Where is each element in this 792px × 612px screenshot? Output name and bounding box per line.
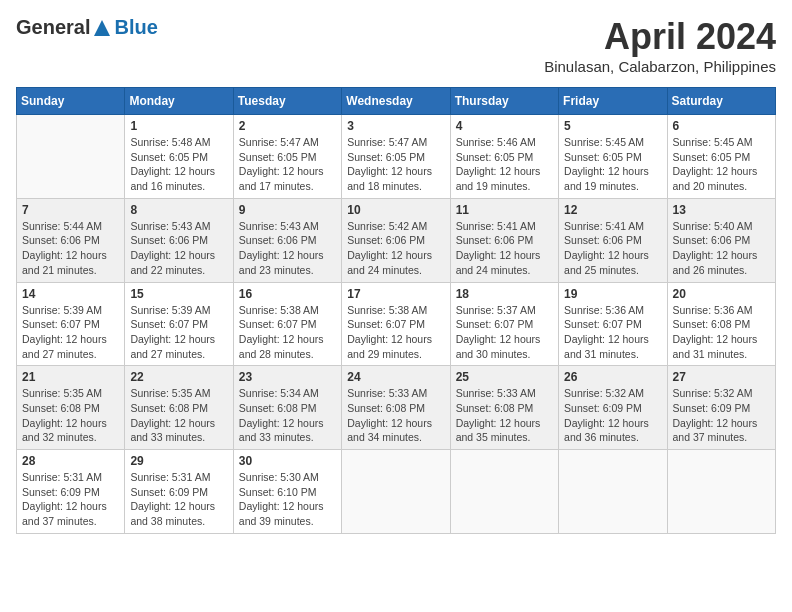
- calendar-week-row: 1Sunrise: 5:48 AMSunset: 6:05 PMDaylight…: [17, 115, 776, 199]
- day-number: 29: [130, 454, 227, 468]
- calendar-table: SundayMondayTuesdayWednesdayThursdayFrid…: [16, 87, 776, 534]
- calendar-header-row: SundayMondayTuesdayWednesdayThursdayFrid…: [17, 88, 776, 115]
- calendar-cell: 23Sunrise: 5:34 AMSunset: 6:08 PMDayligh…: [233, 366, 341, 450]
- day-number: 27: [673, 370, 770, 384]
- day-number: 17: [347, 287, 444, 301]
- calendar-cell: [450, 450, 558, 534]
- day-info: Sunrise: 5:35 AMSunset: 6:08 PMDaylight:…: [130, 386, 227, 445]
- calendar-week-row: 14Sunrise: 5:39 AMSunset: 6:07 PMDayligh…: [17, 282, 776, 366]
- calendar-cell: 4Sunrise: 5:46 AMSunset: 6:05 PMDaylight…: [450, 115, 558, 199]
- calendar-cell: 21Sunrise: 5:35 AMSunset: 6:08 PMDayligh…: [17, 366, 125, 450]
- day-header: Saturday: [667, 88, 775, 115]
- day-header: Tuesday: [233, 88, 341, 115]
- calendar-cell: [17, 115, 125, 199]
- day-info: Sunrise: 5:38 AMSunset: 6:07 PMDaylight:…: [239, 303, 336, 362]
- day-info: Sunrise: 5:41 AMSunset: 6:06 PMDaylight:…: [564, 219, 661, 278]
- calendar-cell: 25Sunrise: 5:33 AMSunset: 6:08 PMDayligh…: [450, 366, 558, 450]
- calendar-cell: 18Sunrise: 5:37 AMSunset: 6:07 PMDayligh…: [450, 282, 558, 366]
- day-info: Sunrise: 5:42 AMSunset: 6:06 PMDaylight:…: [347, 219, 444, 278]
- calendar-cell: 30Sunrise: 5:30 AMSunset: 6:10 PMDayligh…: [233, 450, 341, 534]
- calendar-cell: 2Sunrise: 5:47 AMSunset: 6:05 PMDaylight…: [233, 115, 341, 199]
- day-number: 4: [456, 119, 553, 133]
- day-info: Sunrise: 5:31 AMSunset: 6:09 PMDaylight:…: [22, 470, 119, 529]
- calendar-cell: 24Sunrise: 5:33 AMSunset: 6:08 PMDayligh…: [342, 366, 450, 450]
- day-number: 30: [239, 454, 336, 468]
- calendar-cell: 16Sunrise: 5:38 AMSunset: 6:07 PMDayligh…: [233, 282, 341, 366]
- logo: General Blue: [16, 16, 158, 39]
- day-info: Sunrise: 5:33 AMSunset: 6:08 PMDaylight:…: [456, 386, 553, 445]
- day-number: 20: [673, 287, 770, 301]
- day-header: Sunday: [17, 88, 125, 115]
- logo-general-text: General: [16, 16, 90, 39]
- calendar-cell: 28Sunrise: 5:31 AMSunset: 6:09 PMDayligh…: [17, 450, 125, 534]
- day-info: Sunrise: 5:30 AMSunset: 6:10 PMDaylight:…: [239, 470, 336, 529]
- day-number: 22: [130, 370, 227, 384]
- day-number: 16: [239, 287, 336, 301]
- day-info: Sunrise: 5:46 AMSunset: 6:05 PMDaylight:…: [456, 135, 553, 194]
- day-info: Sunrise: 5:36 AMSunset: 6:08 PMDaylight:…: [673, 303, 770, 362]
- day-info: Sunrise: 5:48 AMSunset: 6:05 PMDaylight:…: [130, 135, 227, 194]
- day-info: Sunrise: 5:35 AMSunset: 6:08 PMDaylight:…: [22, 386, 119, 445]
- day-number: 9: [239, 203, 336, 217]
- day-info: Sunrise: 5:43 AMSunset: 6:06 PMDaylight:…: [239, 219, 336, 278]
- day-info: Sunrise: 5:31 AMSunset: 6:09 PMDaylight:…: [130, 470, 227, 529]
- calendar-cell: 26Sunrise: 5:32 AMSunset: 6:09 PMDayligh…: [559, 366, 667, 450]
- day-info: Sunrise: 5:43 AMSunset: 6:06 PMDaylight:…: [130, 219, 227, 278]
- calendar-cell: 10Sunrise: 5:42 AMSunset: 6:06 PMDayligh…: [342, 198, 450, 282]
- svg-marker-0: [94, 20, 110, 36]
- day-header: Friday: [559, 88, 667, 115]
- day-number: 6: [673, 119, 770, 133]
- day-number: 8: [130, 203, 227, 217]
- day-info: Sunrise: 5:33 AMSunset: 6:08 PMDaylight:…: [347, 386, 444, 445]
- day-number: 21: [22, 370, 119, 384]
- logo-blue-text: Blue: [114, 16, 157, 39]
- day-info: Sunrise: 5:41 AMSunset: 6:06 PMDaylight:…: [456, 219, 553, 278]
- calendar-cell: 29Sunrise: 5:31 AMSunset: 6:09 PMDayligh…: [125, 450, 233, 534]
- day-info: Sunrise: 5:37 AMSunset: 6:07 PMDaylight:…: [456, 303, 553, 362]
- calendar-cell: 15Sunrise: 5:39 AMSunset: 6:07 PMDayligh…: [125, 282, 233, 366]
- calendar-title: April 2024: [544, 16, 776, 58]
- day-number: 5: [564, 119, 661, 133]
- day-number: 28: [22, 454, 119, 468]
- calendar-cell: 22Sunrise: 5:35 AMSunset: 6:08 PMDayligh…: [125, 366, 233, 450]
- calendar-subtitle: Binulasan, Calabarzon, Philippines: [544, 58, 776, 75]
- day-header: Monday: [125, 88, 233, 115]
- title-block: April 2024 Binulasan, Calabarzon, Philip…: [544, 16, 776, 75]
- calendar-cell: [667, 450, 775, 534]
- calendar-cell: 11Sunrise: 5:41 AMSunset: 6:06 PMDayligh…: [450, 198, 558, 282]
- logo-icon: [92, 18, 112, 38]
- day-number: 13: [673, 203, 770, 217]
- calendar-cell: 17Sunrise: 5:38 AMSunset: 6:07 PMDayligh…: [342, 282, 450, 366]
- page-header: General Blue April 2024 Binulasan, Calab…: [16, 16, 776, 75]
- day-info: Sunrise: 5:47 AMSunset: 6:05 PMDaylight:…: [239, 135, 336, 194]
- day-number: 11: [456, 203, 553, 217]
- day-number: 1: [130, 119, 227, 133]
- day-number: 23: [239, 370, 336, 384]
- calendar-cell: 13Sunrise: 5:40 AMSunset: 6:06 PMDayligh…: [667, 198, 775, 282]
- calendar-cell: 19Sunrise: 5:36 AMSunset: 6:07 PMDayligh…: [559, 282, 667, 366]
- calendar-cell: 9Sunrise: 5:43 AMSunset: 6:06 PMDaylight…: [233, 198, 341, 282]
- calendar-cell: 14Sunrise: 5:39 AMSunset: 6:07 PMDayligh…: [17, 282, 125, 366]
- calendar-cell: 8Sunrise: 5:43 AMSunset: 6:06 PMDaylight…: [125, 198, 233, 282]
- day-info: Sunrise: 5:47 AMSunset: 6:05 PMDaylight:…: [347, 135, 444, 194]
- day-number: 19: [564, 287, 661, 301]
- calendar-cell: 20Sunrise: 5:36 AMSunset: 6:08 PMDayligh…: [667, 282, 775, 366]
- day-info: Sunrise: 5:38 AMSunset: 6:07 PMDaylight:…: [347, 303, 444, 362]
- day-info: Sunrise: 5:39 AMSunset: 6:07 PMDaylight:…: [22, 303, 119, 362]
- day-header: Thursday: [450, 88, 558, 115]
- day-info: Sunrise: 5:34 AMSunset: 6:08 PMDaylight:…: [239, 386, 336, 445]
- day-info: Sunrise: 5:36 AMSunset: 6:07 PMDaylight:…: [564, 303, 661, 362]
- day-info: Sunrise: 5:45 AMSunset: 6:05 PMDaylight:…: [673, 135, 770, 194]
- calendar-cell: [342, 450, 450, 534]
- day-number: 18: [456, 287, 553, 301]
- day-number: 26: [564, 370, 661, 384]
- calendar-cell: 12Sunrise: 5:41 AMSunset: 6:06 PMDayligh…: [559, 198, 667, 282]
- calendar-week-row: 7Sunrise: 5:44 AMSunset: 6:06 PMDaylight…: [17, 198, 776, 282]
- day-info: Sunrise: 5:39 AMSunset: 6:07 PMDaylight:…: [130, 303, 227, 362]
- day-header: Wednesday: [342, 88, 450, 115]
- day-info: Sunrise: 5:32 AMSunset: 6:09 PMDaylight:…: [564, 386, 661, 445]
- day-number: 2: [239, 119, 336, 133]
- day-number: 12: [564, 203, 661, 217]
- day-number: 25: [456, 370, 553, 384]
- day-number: 15: [130, 287, 227, 301]
